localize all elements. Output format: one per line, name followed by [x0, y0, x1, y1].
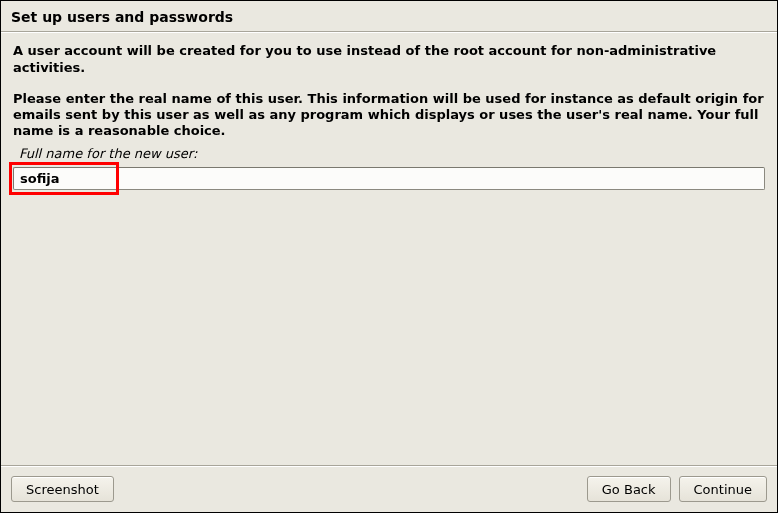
button-bar: Screenshot Go Back Continue	[1, 467, 777, 512]
input-wrapper	[13, 167, 765, 190]
continue-button[interactable]: Continue	[679, 476, 767, 502]
screenshot-button[interactable]: Screenshot	[11, 476, 114, 502]
window-title: Set up users and passwords	[1, 1, 777, 31]
intro-text: A user account will be created for you t…	[13, 43, 765, 77]
fullname-label: Full name for the new user:	[13, 146, 765, 161]
fullname-input[interactable]	[13, 167, 765, 190]
main-content: A user account will be created for you t…	[1, 33, 777, 200]
instruction-text: Please enter the real name of this user.…	[13, 91, 765, 140]
go-back-button[interactable]: Go Back	[587, 476, 671, 502]
